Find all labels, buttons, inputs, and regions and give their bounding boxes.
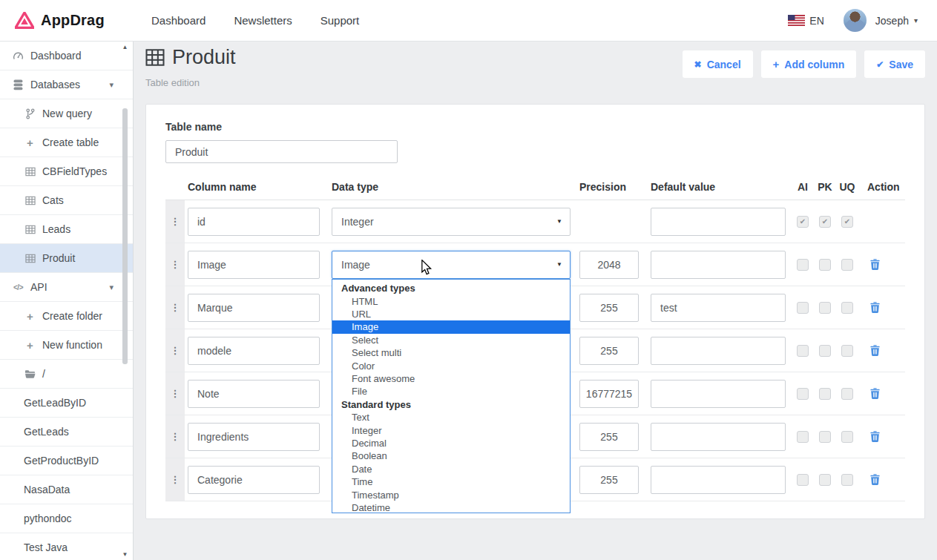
sidebar-item-leads[interactable]: Leads — [0, 215, 133, 244]
drag-handle-icon[interactable]: ⋮ — [165, 372, 185, 415]
sidebar-item-cbfieldtypes[interactable]: CBFieldTypes — [0, 157, 133, 186]
dropdown-option-select-multi[interactable]: Select multi — [332, 346, 570, 359]
drag-handle-icon[interactable]: ⋮ — [165, 415, 185, 458]
scroll-down-icon[interactable]: ▼ — [122, 551, 128, 558]
column-name-input[interactable] — [188, 380, 320, 408]
column-name-input[interactable] — [188, 337, 320, 365]
dropdown-option-datetime[interactable]: Datetime — [332, 501, 570, 513]
pk-checkbox[interactable] — [819, 474, 831, 486]
dropdown-option-file[interactable]: File — [332, 385, 570, 398]
add-column-button[interactable]: + Add column — [761, 50, 857, 78]
drag-handle-icon[interactable]: ⋮ — [165, 200, 185, 243]
sidebar-item-create-folder[interactable]: +Create folder — [0, 302, 133, 331]
delete-column-button[interactable] — [867, 259, 900, 270]
delete-column-button[interactable] — [867, 388, 900, 399]
pk-checkbox[interactable] — [819, 431, 831, 443]
nav-link-newsletters[interactable]: Newsletters — [234, 14, 292, 27]
pk-checkbox[interactable] — [819, 388, 831, 400]
dropdown-option-boolean[interactable]: Boolean — [332, 449, 570, 462]
precision-input[interactable] — [579, 251, 639, 279]
precision-input[interactable] — [579, 466, 639, 494]
dropdown-option-decimal[interactable]: Decimal — [332, 437, 570, 449]
sidebar-scrollbar[interactable]: ▲ ▼ — [122, 42, 128, 560]
sidebar-item-getleads[interactable]: GetLeads — [0, 418, 133, 447]
precision-input[interactable] — [579, 423, 639, 451]
ai-checkbox[interactable] — [797, 259, 809, 271]
precision-input[interactable] — [579, 380, 639, 408]
pk-checkbox[interactable]: ✔ — [819, 216, 831, 228]
uq-checkbox[interactable] — [841, 388, 853, 400]
sidebar-item-new-query[interactable]: New query — [0, 99, 133, 128]
dropdown-option-color[interactable]: Color — [332, 359, 570, 372]
uq-checkbox[interactable]: ✔ — [841, 216, 853, 228]
pk-checkbox[interactable] — [819, 302, 831, 314]
dropdown-option-integer[interactable]: Integer — [332, 424, 570, 437]
ai-checkbox[interactable] — [797, 431, 809, 443]
chevron-down-icon[interactable]: ▾ — [109, 80, 114, 90]
drag-handle-icon[interactable]: ⋮ — [165, 243, 185, 286]
column-name-input[interactable] — [188, 423, 320, 451]
dropdown-option-text[interactable]: Text — [332, 411, 570, 424]
cancel-button[interactable]: ✖ Cancel — [683, 50, 753, 78]
default-value-input[interactable] — [651, 423, 786, 451]
delete-column-button[interactable] — [867, 474, 900, 485]
default-value-input[interactable] — [651, 380, 786, 408]
dropdown-option-date[interactable]: Date — [332, 463, 570, 475]
drag-handle-icon[interactable]: ⋮ — [165, 329, 185, 372]
default-value-input[interactable] — [651, 294, 786, 322]
column-name-input[interactable] — [188, 294, 320, 322]
sidebar-item-getleadbyid[interactable]: GetLeadByID — [0, 389, 133, 418]
precision-input[interactable] — [579, 294, 639, 322]
dropdown-option-select[interactable]: Select — [332, 334, 570, 346]
sidebar-item-databases[interactable]: Databases▾ — [0, 70, 133, 99]
scrollbar-thumb[interactable] — [122, 108, 128, 364]
uq-checkbox[interactable] — [841, 345, 853, 357]
avatar[interactable] — [844, 9, 867, 32]
dropdown-option-font-awesome[interactable]: Font awesome — [332, 372, 570, 385]
default-value-input[interactable] — [651, 251, 786, 279]
default-value-input[interactable] — [651, 208, 786, 236]
sidebar-item-nasadata[interactable]: NasaData — [0, 475, 133, 504]
pk-checkbox[interactable] — [819, 259, 831, 271]
data-type-select[interactable]: Integer▼ — [332, 208, 571, 236]
delete-column-button[interactable] — [867, 431, 900, 442]
appdrag-logo[interactable]: AppDrag — [0, 12, 134, 29]
ai-checkbox[interactable] — [797, 474, 809, 486]
delete-column-button[interactable] — [867, 345, 900, 356]
sidebar-item-cats[interactable]: Cats — [0, 186, 133, 215]
nav-link-support[interactable]: Support — [320, 14, 360, 27]
dropdown-option-html[interactable]: HTML — [332, 295, 570, 308]
uq-checkbox[interactable] — [841, 302, 853, 314]
delete-column-button[interactable] — [867, 302, 900, 313]
data-type-select[interactable]: Image▼ — [332, 251, 571, 279]
uq-checkbox[interactable] — [841, 431, 853, 443]
sidebar-item-root[interactable]: / — [0, 360, 133, 389]
ai-checkbox[interactable] — [797, 345, 809, 357]
pk-checkbox[interactable] — [819, 345, 831, 357]
sidebar-item-create-table[interactable]: +Create table — [0, 128, 133, 157]
dropdown-option-timestamp[interactable]: Timestamp — [332, 488, 570, 501]
sidebar-item-dashboard[interactable]: Dashboard — [0, 42, 133, 70]
language-selector[interactable]: EN — [788, 15, 823, 27]
table-name-input[interactable] — [165, 140, 398, 163]
dropdown-option-time[interactable]: Time — [332, 475, 570, 488]
sidebar-item-test-java[interactable]: Test Java — [0, 533, 133, 560]
column-name-input[interactable] — [188, 208, 320, 236]
column-name-input[interactable] — [188, 251, 320, 279]
dropdown-option-url[interactable]: URL — [332, 308, 570, 320]
ai-checkbox[interactable] — [797, 302, 809, 314]
user-menu[interactable]: Joseph ▾ — [875, 15, 918, 27]
save-button[interactable]: ✔ Save — [864, 50, 925, 78]
sidebar-item-api[interactable]: </>API▾ — [0, 273, 133, 302]
ai-checkbox[interactable]: ✔ — [797, 216, 809, 228]
ai-checkbox[interactable] — [797, 388, 809, 400]
precision-input[interactable] — [579, 337, 639, 365]
uq-checkbox[interactable] — [841, 474, 853, 486]
dropdown-option-image[interactable]: Image — [332, 320, 570, 333]
sidebar-item-getproductbyid[interactable]: GetProductByID — [0, 447, 133, 475]
scroll-up-icon[interactable]: ▲ — [122, 44, 128, 50]
column-name-input[interactable] — [188, 466, 320, 494]
sidebar-item-pythondoc[interactable]: pythondoc — [0, 504, 133, 533]
nav-link-dashboard[interactable]: Dashboard — [151, 14, 206, 27]
chevron-down-icon[interactable]: ▾ — [109, 283, 114, 292]
